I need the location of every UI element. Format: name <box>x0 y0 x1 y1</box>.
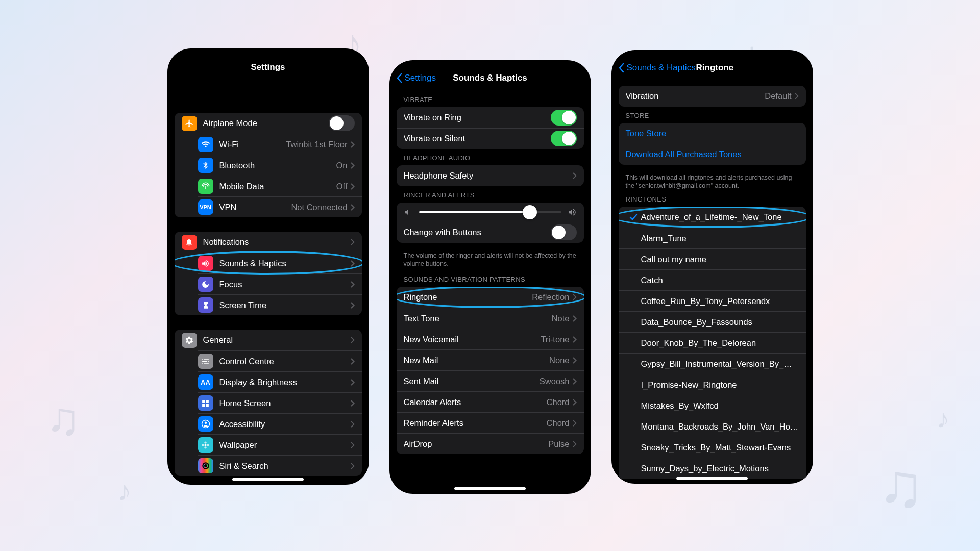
row-wallpaper[interactable]: Wallpaper <box>198 434 362 455</box>
ringtone-item[interactable]: Coffee_Run_By_Tony_Petersendx <box>619 290 806 311</box>
phone-settings: Settings Airplane ModeWi-FiTwinbit 1st F… <box>167 48 369 485</box>
toggle-change-buttons[interactable] <box>551 224 577 240</box>
vpn-icon: VPN <box>198 199 213 215</box>
home-indicator[interactable] <box>232 478 304 481</box>
row-headphone-safety[interactable]: Headphone Safety <box>397 165 584 186</box>
group-patterns: RingtoneReflectionText ToneNoteNew Voice… <box>397 287 584 454</box>
ringtone-item[interactable]: I_Promise-New_Ringtone <box>619 374 806 395</box>
row-label: Notifications <box>203 237 351 247</box>
ringtone-label: Call out my name <box>641 255 799 264</box>
speaker-high-icon <box>568 208 577 217</box>
link-tone-store[interactable]: Tone Store <box>619 123 806 144</box>
row-change-with-buttons: Change with Buttons <box>397 222 584 243</box>
ringtone-item[interactable]: Catch <box>619 269 806 290</box>
svg-point-7 <box>202 462 209 469</box>
ringtone-label: Adventure_of_a_Lifetime-_New_Tone <box>641 212 799 222</box>
row-ringtone[interactable]: RingtoneReflection <box>397 287 584 308</box>
row-notifications[interactable]: Notifications <box>175 232 362 253</box>
ringtone-label: Mistakes_By_Wxlfcd <box>641 401 799 411</box>
toggle[interactable] <box>551 131 577 146</box>
volume-slider[interactable] <box>419 211 561 213</box>
ringtone-item[interactable]: Gypsy_Bill_Instrumental_Version_By_Ofer_… <box>619 353 806 374</box>
row-label: Mobile Data <box>219 182 336 191</box>
ringtone-label: I_Promise-New_Ringtone <box>641 380 799 390</box>
aa-icon: AA <box>198 374 213 390</box>
ringtone-label: Sunny_Days_by_Electric_Motions <box>641 464 799 473</box>
chevron-right-icon <box>351 358 355 365</box>
svg-point-1 <box>204 422 207 424</box>
row-focus[interactable]: Focus <box>198 273 362 294</box>
home-indicator[interactable] <box>676 477 748 480</box>
group-general: GeneralControl CentreAADisplay & Brightn… <box>175 330 362 476</box>
row-label: AirDrop <box>404 439 549 449</box>
row-text-tone[interactable]: Text ToneNote <box>397 308 584 329</box>
chevron-right-icon <box>351 400 355 407</box>
row-reminder-alerts[interactable]: Reminder AlertsChord <box>397 412 584 433</box>
group-store: Tone StoreDownload All Purchased Tones <box>619 123 806 165</box>
nav-bar: Settings <box>167 48 369 81</box>
ringtone-label: Catch <box>641 276 799 285</box>
ringtone-item[interactable]: Sneaky_Tricks_By_Matt_Stewart-Evans <box>619 437 806 458</box>
flower-icon <box>198 437 213 453</box>
row-airplane-mode[interactable]: Airplane Mode <box>175 113 362 134</box>
back-label: Settings <box>405 73 436 83</box>
ringtone-item[interactable]: Alarm_Tune <box>619 228 806 248</box>
row-screen-time[interactable]: Screen Time <box>198 294 362 315</box>
chevron-right-icon <box>351 442 355 448</box>
section-header-headphone: HEADPHONE AUDIO <box>397 154 584 165</box>
row-label: New Mail <box>404 356 550 365</box>
ringtone-item[interactable]: Sunny_Days_by_Electric_Motions <box>619 458 806 479</box>
chevron-right-icon <box>351 204 355 211</box>
row-siri-search[interactable]: Siri & Search <box>198 455 362 476</box>
nav-bar: Sounds & Haptics Ringtone <box>611 50 813 81</box>
row-new-voicemail[interactable]: New VoicemailTri-tone <box>397 329 584 349</box>
ringtone-item[interactable]: Adventure_of_a_Lifetime-_New_Tone <box>619 207 806 228</box>
ringtone-item[interactable]: Montana_Backroads_By_John_Van_Houdt <box>619 416 806 437</box>
ringtone-item[interactable]: Door_Knob_By_The_Delorean <box>619 332 806 353</box>
row-general[interactable]: General <box>175 330 362 350</box>
ringtone-item[interactable]: Mistakes_By_Wxlfcd <box>619 395 806 416</box>
row-sent-mail[interactable]: Sent MailSwoosh <box>397 370 584 391</box>
chevron-right-icon <box>351 141 355 148</box>
row-label: General <box>203 335 351 345</box>
airplane-icon <box>182 116 197 131</box>
grid-icon <box>198 395 213 411</box>
row-control-centre[interactable]: Control Centre <box>198 350 362 371</box>
svg-point-2 <box>204 444 206 446</box>
row-accessibility[interactable]: Accessibility <box>198 413 362 434</box>
back-button[interactable]: Settings <box>397 73 436 83</box>
row-home-screen[interactable]: Home Screen <box>198 392 362 413</box>
ringtone-label: Sneaky_Tricks_By_Matt_Stewart-Evans <box>641 443 799 453</box>
row-display-brightness[interactable]: AADisplay & Brightness <box>198 371 362 392</box>
link-download-all-purchased-tones[interactable]: Download All Purchased Tones <box>619 144 806 165</box>
gear-icon <box>182 333 197 348</box>
speaker-low-icon <box>404 208 413 217</box>
ringtone-item[interactable]: Call out my name <box>619 248 806 269</box>
chevron-right-icon <box>573 315 577 322</box>
row-wi-fi[interactable]: Wi-FiTwinbit 1st Floor <box>198 134 362 155</box>
row-label: Home Screen <box>219 398 351 408</box>
row-bluetooth[interactable]: BluetoothOn <box>198 155 362 176</box>
ringtone-label: Alarm_Tune <box>641 234 799 243</box>
row-vpn[interactable]: VPNVPNNot Connected <box>198 196 362 217</box>
section-header-store: STORE <box>619 112 806 123</box>
row-vibration[interactable]: Vibration Default <box>619 86 806 107</box>
row-label: Screen Time <box>219 300 351 310</box>
row-vibrate-on-silent[interactable]: Vibrate on Silent <box>397 128 584 149</box>
back-button[interactable]: Sounds & Haptics <box>619 63 696 73</box>
row-label: Focus <box>219 280 351 289</box>
row-label: Ringtone <box>404 292 532 302</box>
toggle[interactable] <box>329 115 355 131</box>
chevron-right-icon <box>351 337 355 343</box>
row-airdrop[interactable]: AirDropPulse <box>397 433 584 454</box>
row-calendar-alerts[interactable]: Calendar AlertsChord <box>397 391 584 412</box>
home-indicator[interactable] <box>454 487 526 490</box>
row-new-mail[interactable]: New MailNone <box>397 349 584 370</box>
switches-icon <box>198 354 213 369</box>
ringtone-item[interactable]: Data_Bounce_By_Fassounds <box>619 311 806 332</box>
row-mobile-data[interactable]: Mobile DataOff <box>198 176 362 196</box>
row-vibrate-on-ring[interactable]: Vibrate on Ring <box>397 107 584 128</box>
toggle[interactable] <box>551 110 577 126</box>
row-value: Chord <box>547 397 570 407</box>
row-sounds-haptics[interactable]: Sounds & Haptics <box>198 253 362 273</box>
